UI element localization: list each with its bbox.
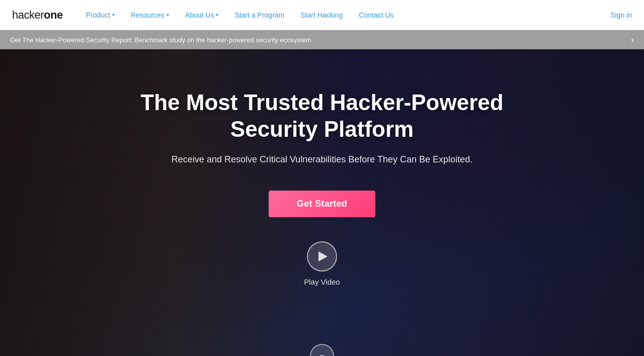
nav-label-about-us: About Us [185, 11, 214, 19]
chevron-down-icon: ▾ [112, 12, 115, 18]
play-video-button[interactable]: Play Video [304, 241, 340, 286]
banner-arrow-icon[interactable]: › [631, 35, 634, 45]
nav-item-start-hacking[interactable]: Start Hacking [293, 7, 350, 23]
hero-section: The Most Trusted Hacker-Powered Security… [0, 49, 644, 356]
chevron-down-icon: ▾ [167, 12, 169, 18]
nav-label-product: Product [86, 11, 110, 19]
play-circle-icon [307, 241, 337, 272]
nav-label-start-hacking: Start Hacking [300, 11, 343, 19]
nav-item-resources[interactable]: Resources ▾ [124, 7, 176, 23]
navbar: hackerone Product ▾ Resources ▾ About Us… [0, 0, 644, 30]
hero-title: The Most Trusted Hacker-Powered Security… [96, 90, 548, 143]
get-started-button[interactable]: Get Started [269, 191, 375, 217]
logo[interactable]: hackerone [12, 9, 63, 22]
nav-label-resources: Resources [131, 11, 165, 19]
nav-label-contact-us: Contact Us [359, 11, 393, 19]
nav-item-start-program[interactable]: Start a Program [227, 7, 291, 23]
banner-text: Get The Hacker-Powered Security Report: … [10, 36, 634, 44]
nav-links: Product ▾ Resources ▾ About Us ▾ Start a… [79, 7, 611, 23]
play-triangle-icon [318, 251, 328, 261]
nav-item-contact-us[interactable]: Contact Us [352, 7, 400, 23]
chevron-down-icon: ▾ [216, 12, 218, 18]
play-label: Play Video [304, 278, 340, 286]
nav-label-start-program: Start a Program [234, 11, 284, 19]
nav-item-product[interactable]: Product ▾ [79, 7, 122, 23]
hero-subtitle: Receive and Resolve Critical Vulnerabili… [172, 153, 472, 166]
nav-item-about-us[interactable]: About Us ▾ [178, 7, 226, 23]
hero-content: The Most Trusted Hacker-Powered Security… [96, 90, 548, 286]
chevron-down-icon: ▾ [320, 352, 324, 357]
sign-in-button[interactable]: Sign in [610, 11, 632, 19]
announcement-banner: Get The Hacker-Powered Security Report: … [0, 30, 644, 49]
